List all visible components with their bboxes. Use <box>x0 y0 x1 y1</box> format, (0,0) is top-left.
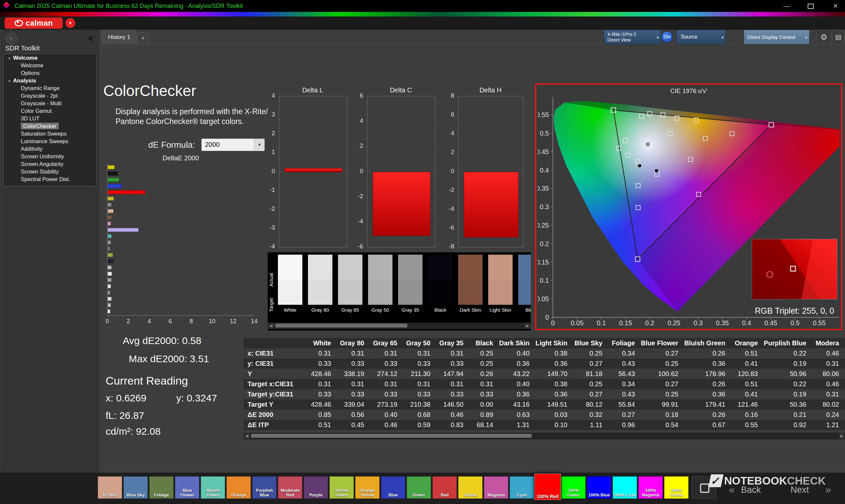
table-cell: 120.83 <box>731 369 764 379</box>
sidebar-item-luminance-sweeps[interactable]: Luminance Sweeps <box>4 138 96 145</box>
table-cell: 1.31 <box>499 420 535 430</box>
table-cell: 0.27 <box>573 389 608 399</box>
minimize-button[interactable]: — <box>779 1 794 11</box>
patch-button-cyan[interactable]: Cyan <box>510 476 534 499</box>
y-tick-label: -6 <box>348 243 363 250</box>
patch-button-moderate-red[interactable]: Moderate Red <box>278 476 302 499</box>
table-cell: 81.18 <box>573 369 608 379</box>
scroll-left-icon[interactable]: ◀ <box>268 323 274 329</box>
table-cell: 210.38 <box>403 399 436 410</box>
patch-button-red[interactable]: Red <box>433 476 457 499</box>
patch-button-green[interactable]: Green <box>407 476 431 499</box>
scrollbar-thumb[interactable] <box>275 324 407 327</box>
sidebar-item-color-gamut[interactable]: Color Gamut <box>4 107 96 115</box>
tab-history-1[interactable]: History 1 <box>102 30 137 44</box>
patch-button-ht-skin[interactable]: ht Skin <box>98 476 122 499</box>
table-row: x: CIE310.310.310.310.310.310.250.400.38… <box>244 348 845 359</box>
table-cell: 0.27 <box>641 379 684 389</box>
patch-button-blue-flower[interactable]: Blue Flower <box>175 476 199 499</box>
source-dropdown[interactable]: Source ▾ <box>676 30 726 44</box>
logo-menu-button[interactable]: ▾ <box>65 18 75 28</box>
table-cell: 0.10 <box>535 420 573 430</box>
x-tick-label: 0.5 <box>791 319 800 326</box>
next-chevron-icon[interactable]: » <box>825 484 831 496</box>
sidebar-item-screen-uniformity[interactable]: Screen Uniformity <box>4 153 96 160</box>
table-cell: 0.26 <box>469 369 499 379</box>
sidebar-item-colorchecker[interactable]: ColorChecker <box>4 122 96 130</box>
measurement-table: WhiteGray 80Gray 65Gray 50Gray 35BlackDa… <box>244 338 845 431</box>
table-cell: 0.31 <box>436 348 469 359</box>
sidebar-item-grayscale-2pt[interactable]: Grayscale - 2pt <box>4 92 96 100</box>
patch-target-gray-50 <box>368 280 392 305</box>
patch-target-gray-80 <box>308 280 332 305</box>
patch-button-orange-yellow[interactable]: Orange Yellow <box>355 476 380 499</box>
deltae-bar <box>108 272 112 276</box>
patch-label: Light Skin <box>486 307 515 313</box>
sidebar-item-3d-lut[interactable]: 3D LUT <box>4 115 96 122</box>
patch-button-bluish-green[interactable]: Bluish Green <box>201 476 225 499</box>
de-formula-dropdown[interactable]: 2000 ▾ <box>201 139 265 151</box>
gridline <box>458 115 523 115</box>
patch-button-purple[interactable]: Purple <box>304 476 328 499</box>
add-tab-button[interactable]: + <box>137 32 148 44</box>
close-button[interactable]: × <box>828 1 843 11</box>
patch-button-100-cyan[interactable]: 100% Cyan <box>613 476 637 499</box>
y-tick-label: 0.3 <box>540 203 549 211</box>
patch-button-orange[interactable]: Orange <box>226 476 251 499</box>
layout-button[interactable]: ▤ <box>832 30 845 44</box>
patch-button-blue[interactable]: Blue <box>381 476 405 499</box>
patch-button-100-blue[interactable]: 100% Blue <box>587 476 611 499</box>
maximize-button[interactable] <box>804 1 818 11</box>
scrollbar-thumb[interactable] <box>251 434 532 438</box>
sidebar-item-dynamic-range[interactable]: Dynamic Range <box>4 85 96 92</box>
y-tick-label: 0.5 <box>540 130 549 137</box>
settings-button[interactable]: ⚙ <box>816 30 831 44</box>
patch-button-yellow-green[interactable]: Yellow Green <box>330 476 354 499</box>
table-cell: 0.33 <box>436 359 469 369</box>
patch-button-100-green[interactable]: 100% Green <box>561 476 585 499</box>
sidebar-item-welcome[interactable]: Welcome <box>4 62 96 69</box>
sidebar-item-screen-angularity[interactable]: Screen Angularity <box>4 160 96 168</box>
table-cell: 0.03 <box>535 410 573 420</box>
sidebar-item-label: Screen Stability <box>21 168 59 175</box>
patch-button-foliage[interactable]: Foliage <box>149 476 174 499</box>
deltae-bar <box>108 240 111 245</box>
sidebar-item-label: Dynamic Range <box>21 85 59 91</box>
display-control-dropdown[interactable]: Direct Display Control ▾ <box>744 30 810 44</box>
sidebar-item-screen-stability[interactable]: Screen Stability <box>4 168 96 176</box>
table-scrollbar[interactable]: ◀ ▶ <box>244 433 845 439</box>
table-cell: 0.46 <box>436 410 469 420</box>
patch-button-magenta[interactable]: Magenta <box>484 476 508 499</box>
sidebar-item-options[interactable]: Options <box>4 69 96 77</box>
gridline <box>367 121 435 122</box>
meter-dropdown[interactable]: X-Rite i1Pro 2 Direct View ▾ <box>604 30 661 44</box>
sidebar-item-label: 3D LUT <box>21 115 40 121</box>
sidebar-item-additivity[interactable]: Additivity <box>4 145 96 153</box>
delta-c-bar <box>373 172 430 236</box>
patch-button-yellow[interactable]: Yellow <box>458 476 482 499</box>
table-cell: 0.34 <box>608 379 641 389</box>
sidebar-group-analysis[interactable]: ▾Analysis <box>4 77 96 85</box>
patch-strip-scrollbar[interactable]: ◀ ▶ <box>268 323 531 329</box>
patch-button-label: Blue Flower <box>175 488 199 498</box>
gridline <box>279 153 347 153</box>
table-cell: 0.55 <box>731 420 764 430</box>
sidebar-collapse-icon[interactable]: ◀ <box>87 33 92 42</box>
patch-button-purplish-blue[interactable]: Purplish Blue <box>252 476 277 499</box>
table-cell: 0.31 <box>306 348 337 359</box>
patch-button-100-yellow[interactable]: 100% Yellow <box>664 476 689 499</box>
scroll-right-icon[interactable]: ▶ <box>525 323 530 329</box>
patch-button-100-red[interactable]: 100% Red <box>534 474 561 500</box>
sidebar-item-grayscale-multi[interactable]: Grayscale - Multi <box>4 100 96 107</box>
sidebar-group-welcome[interactable]: ▾Welcome <box>4 54 96 62</box>
patch-button-blue-sky[interactable]: Blue Sky <box>123 476 148 499</box>
sidebar-item-spectral-power-dist[interactable]: Spectral Power Dist. <box>4 176 96 183</box>
table-cell: 0.21 <box>764 410 812 420</box>
scroll-right-icon[interactable]: ▶ <box>839 433 845 439</box>
scroll-left-icon[interactable]: ◀ <box>244 433 250 439</box>
y-tick-label: -4 <box>348 218 363 225</box>
sidebar-pin-button[interactable] <box>5 33 17 44</box>
patch-button-100-magenta[interactable]: 100% Magenta <box>638 476 663 499</box>
calman-logo[interactable]: calman <box>5 17 63 29</box>
sidebar-item-saturation-sweeps[interactable]: Saturation Sweeps <box>4 130 96 138</box>
